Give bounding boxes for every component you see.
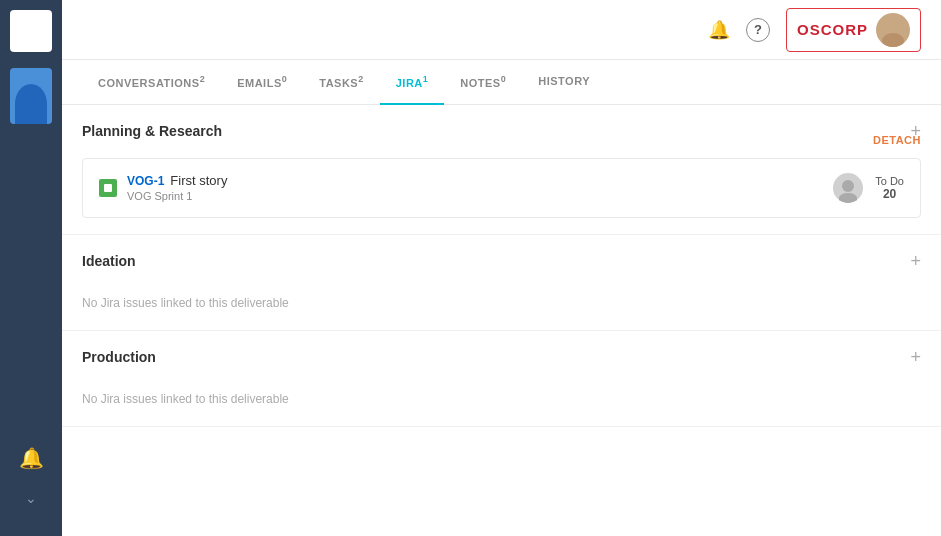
svg-point-0 [886, 19, 900, 33]
brand-logo: OSCORP [786, 8, 921, 52]
section-ideation: Ideation + No Jira issues linked to this… [62, 235, 941, 331]
sidebar-chevron-icon[interactable]: ⌄ [25, 490, 37, 506]
tab-notes[interactable]: NOTES0 [444, 60, 522, 105]
user-avatar [876, 13, 910, 47]
jira-issue-right: To Do 20 [833, 173, 904, 203]
jira-issue-name: First story [170, 173, 227, 188]
section-planning: Planning & Research + DETACH VOG-1 First [62, 105, 941, 235]
sidebar-logo[interactable] [10, 10, 52, 52]
bell-icon[interactable]: 🔔 [708, 19, 730, 41]
main-panel: 🔔 ? OSCORP CONVERSATIONS2 EMAILS0 TASKS2… [62, 0, 941, 536]
production-no-issues: No Jira issues linked to this deliverabl… [62, 384, 941, 426]
tab-tasks[interactable]: TASKS2 [303, 60, 379, 105]
tab-history[interactable]: HISTORY [522, 61, 606, 103]
jira-status-number: 20 [883, 187, 896, 201]
header: 🔔 ? OSCORP [62, 0, 941, 60]
tab-jira[interactable]: JIRA1 [380, 60, 445, 105]
sidebar-avatar [10, 68, 52, 124]
jira-issue-left: VOG-1 First story VOG Sprint 1 [99, 173, 227, 202]
section-production-title: Production [82, 349, 156, 365]
jira-issue-info: VOG-1 First story VOG Sprint 1 [127, 173, 227, 202]
jira-title-row: VOG-1 First story [127, 173, 227, 188]
section-planning-header[interactable]: Planning & Research + [62, 105, 941, 158]
detach-button[interactable]: DETACH [873, 134, 921, 146]
section-production: Production + No Jira issues linked to th… [62, 331, 941, 427]
section-planning-title: Planning & Research [82, 123, 222, 139]
tab-conversations[interactable]: CONVERSATIONS2 [82, 60, 221, 105]
section-production-add-icon[interactable]: + [910, 347, 921, 368]
help-icon[interactable]: ? [746, 18, 770, 42]
tabs-bar: CONVERSATIONS2 EMAILS0 TASKS2 JIRA1 NOTE… [62, 60, 941, 105]
content-area: Planning & Research + DETACH VOG-1 First [62, 105, 941, 536]
section-ideation-title: Ideation [82, 253, 136, 269]
tab-emails[interactable]: EMAILS0 [221, 60, 303, 105]
jira-sprint-label: VOG Sprint 1 [127, 190, 227, 202]
jira-issue-id[interactable]: VOG-1 [127, 174, 164, 188]
jira-status-label: To Do [875, 175, 904, 187]
sidebar-bell-icon[interactable]: 🔔 [19, 446, 44, 470]
section-ideation-header[interactable]: Ideation + [62, 235, 941, 288]
section-production-header[interactable]: Production + [62, 331, 941, 384]
jira-assignee-avatar [833, 173, 863, 203]
sidebar: 🔔 ⌄ [0, 0, 62, 536]
ideation-no-issues: No Jira issues linked to this deliverabl… [62, 288, 941, 330]
brand-name: OSCORP [797, 21, 868, 38]
svg-point-1 [882, 33, 904, 47]
jira-status: To Do 20 [875, 175, 904, 201]
jira-issue-icon [99, 179, 117, 197]
jira-issue-card: VOG-1 First story VOG Sprint 1 [82, 158, 921, 218]
section-ideation-add-icon[interactable]: + [910, 251, 921, 272]
